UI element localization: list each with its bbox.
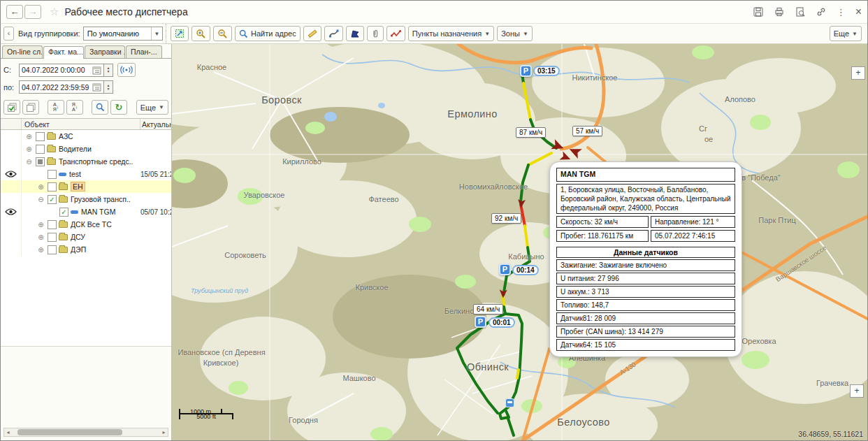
tree-row[interactable]: test15/05 21:2 [1, 168, 171, 180]
tree-expander-plus[interactable]: ⊕ [36, 183, 45, 191]
check-all-button[interactable] [3, 100, 20, 115]
close-icon[interactable]: × [855, 6, 862, 18]
tree-expander-plus[interactable]: ⊕ [24, 145, 34, 153]
tree-row[interactable]: ⊕ЕН [1, 180, 171, 193]
search-icon [96, 103, 105, 112]
save-icon[interactable] [753, 6, 764, 17]
date-to-input[interactable]: 04.07.2022 23:59:59 [19, 80, 104, 94]
track-button[interactable] [386, 26, 405, 41]
star-icon[interactable]: ☆ [50, 6, 59, 18]
scrollbar-thumb[interactable] [17, 429, 122, 435]
tree-row[interactable]: ⊕ДСК Все ТС [1, 218, 171, 231]
tree-expander-minus[interactable]: ⊖ [24, 158, 34, 166]
back-button[interactable]: ← [6, 5, 23, 19]
tab-On-line сл...[interactable]: On-line сл... [2, 45, 43, 58]
tree-hscrollbar[interactable]: ◂ ▸ [3, 428, 168, 437]
parking-marker[interactable]: P [520, 65, 532, 77]
visibility-eye-icon[interactable] [1, 168, 22, 180]
refresh-button[interactable]: ↻ [110, 100, 127, 115]
calendar-icon[interactable] [92, 82, 103, 92]
scroll-right-icon[interactable]: ▸ [160, 429, 168, 435]
tree-object-cell: ⊕ДСК Все ТС [22, 218, 140, 231]
tree-checkbox-unchecked[interactable] [48, 245, 57, 254]
tree-row[interactable]: ⊕АЗС [1, 130, 171, 143]
find-address-button[interactable]: Найти адрес [235, 26, 301, 41]
map-zoom-in-button-2[interactable]: + [850, 384, 864, 398]
date-from-input[interactable]: 04.07.2022 0:00:00 [19, 64, 104, 77]
tree-checkbox-partial[interactable] [36, 157, 45, 166]
from-label: С: [3, 66, 19, 74]
tree-expander-plus[interactable]: ⊕ [24, 133, 34, 140]
tree-row[interactable]: ⊕Водители [1, 143, 171, 155]
uncheck-all-button[interactable] [22, 100, 39, 115]
tree-checkbox-unchecked[interactable] [48, 220, 57, 229]
eye-cell [1, 193, 22, 205]
date-from-spinner[interactable]: ▲▼ [104, 64, 113, 77]
sidebar-more-button[interactable]: Еще▼ [136, 100, 168, 115]
map-zoom-in-button[interactable]: + [851, 66, 865, 80]
link-icon[interactable] [816, 6, 827, 17]
tree-checkbox-unchecked[interactable] [48, 170, 57, 179]
tree-row[interactable]: ✓MAN TGM05/07 10:2 [1, 205, 171, 218]
eye-cell [1, 231, 22, 243]
tree-checkbox-unchecked[interactable] [48, 233, 57, 242]
tree-checkbox-checked[interactable]: ✓ [48, 195, 57, 204]
popup-address: 1, Боровская улица, Восточный, Балабанов… [556, 184, 735, 214]
route-speed-label: 87 км/ч [516, 127, 546, 138]
tab-Факт. ма...[interactable]: Факт. ма... [43, 46, 84, 59]
polygon-button[interactable] [346, 26, 364, 41]
chevron-down-icon[interactable]: ▼ [151, 27, 162, 40]
tree-expander-plus[interactable]: ⊕ [36, 233, 45, 241]
date-to-spinner[interactable]: ▲▼ [104, 80, 113, 94]
parking-marker[interactable]: P [475, 316, 486, 328]
preview-icon[interactable] [795, 6, 806, 17]
tree-expander-minus[interactable]: ⊖ [36, 196, 45, 203]
visibility-eye-icon[interactable] [1, 205, 22, 218]
tab-Заправки ..[interactable]: Заправки .. [85, 45, 125, 58]
destinations-button[interactable]: Пункты назначения▼ [408, 26, 494, 41]
forward-button[interactable]: → [24, 5, 41, 19]
actual-column-header: Актуальн [140, 119, 171, 129]
parking-marker[interactable]: P [499, 263, 511, 275]
tree-row[interactable]: ⊕ДЭП [1, 243, 171, 256]
online-signal-button[interactable] [117, 63, 136, 77]
map-place-label: Кривское [355, 283, 388, 291]
fit-map-button[interactable] [171, 26, 189, 41]
tree-row[interactable]: ⊖Транспортные средс.. [1, 155, 171, 168]
map-canvas[interactable]: MAN TGM 1, Боровская улица, Восточный, Б… [172, 44, 867, 440]
print-icon[interactable] [774, 6, 785, 17]
zones-button[interactable]: Зоны▼ [497, 26, 533, 41]
sort-desc-button[interactable]: ЯА↓ [66, 100, 83, 115]
sort-asc-button[interactable]: АЯ↓ [48, 100, 64, 115]
parking-duration-chip: 03:15 [533, 66, 560, 76]
tree-expander-plus[interactable]: ⊕ [36, 221, 45, 229]
map-more-button[interactable]: Еще▼ [830, 26, 862, 41]
date-range: С: 04.07.2022 0:00:00 ▲▼ по: 04.07.2022 … [1, 59, 171, 99]
object-column-header: Объект [22, 119, 140, 129]
tree-checkbox-unchecked[interactable] [36, 145, 45, 154]
ruler-button[interactable] [303, 26, 321, 41]
map-place-label: Парк Птиц [758, 216, 795, 224]
tree-search-button[interactable] [92, 100, 108, 115]
tree-checkbox-checked[interactable]: ✓ [59, 208, 68, 217]
zoom-out-button[interactable] [213, 26, 232, 41]
scroll-left-icon[interactable]: ◂ [4, 429, 12, 435]
popup-direction: Направление: 121 ° [651, 216, 735, 228]
tab-План-...[interactable]: План-... [126, 45, 162, 58]
sensor-value-row: Датчик64: 15 105 [556, 339, 735, 351]
map-place-label: Белкино [444, 307, 475, 315]
map-place-label: Ореховка [742, 337, 776, 345]
tree-checkbox-unchecked[interactable] [36, 132, 45, 141]
map-place-label: Грачевка [816, 379, 848, 387]
kebab-icon[interactable]: ⋮ [837, 7, 846, 17]
zoom-in-button[interactable] [191, 26, 210, 41]
tree-checkbox-unchecked[interactable] [48, 182, 57, 191]
calendar-icon[interactable] [92, 65, 103, 75]
tree-expander-plus[interactable]: ⊕ [36, 246, 45, 254]
measure-path-button[interactable] [324, 26, 343, 41]
collapse-panel-button[interactable]: ‹ [3, 27, 14, 41]
tree-row[interactable]: ⊖✓Грузовой трансп.. [1, 193, 171, 205]
tree-row[interactable]: ⊕ДСУ [1, 231, 171, 243]
attach-button[interactable] [367, 26, 384, 41]
grouping-select[interactable]: По умолчанию ▼ [83, 27, 163, 41]
